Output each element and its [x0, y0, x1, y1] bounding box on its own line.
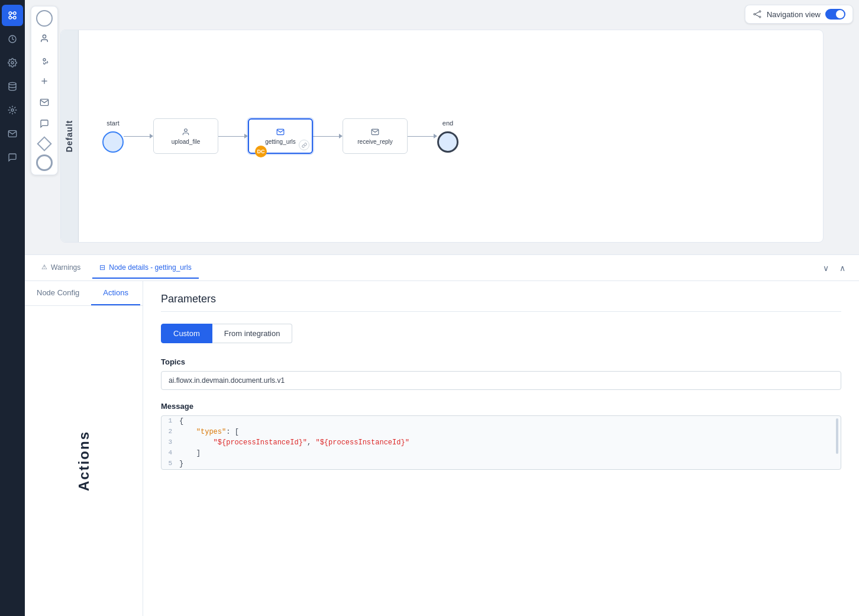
receive-reply-task-box[interactable]: receive_reply: [343, 118, 408, 154]
sidebar-item-message2[interactable]: [2, 147, 23, 168]
actions-vertical-label: Actions: [76, 431, 92, 491]
receive-reply-task-icon: [371, 128, 379, 136]
svg-point-1: [14, 12, 17, 15]
sub-tab-node-config[interactable]: Node Config: [25, 281, 91, 305]
sidebar-item-settings[interactable]: [2, 52, 23, 73]
bottom-panel: ⚠ Warnings ⊟ Node details - getting_urls…: [25, 254, 859, 616]
flow-diagram: start upload_file: [79, 30, 823, 242]
palette-user-icon[interactable]: [35, 29, 54, 48]
code-scrollbar[interactable]: [834, 416, 841, 469]
panel-left: Node Config Actions Actions: [25, 281, 143, 616]
flow-arrow-4: [408, 134, 437, 138]
panel-tabs-bar: ⚠ Warnings ⊟ Node details - getting_urls…: [25, 255, 859, 281]
sidebar-item-config[interactable]: [2, 99, 23, 121]
flow-node-receive-reply[interactable]: receive_reply: [343, 118, 408, 154]
custom-toggle-btn[interactable]: Custom: [161, 324, 212, 343]
main-content: Navigation view: [25, 0, 859, 616]
svg-line-14: [755, 12, 760, 14]
palette-plus-icon[interactable]: [35, 72, 54, 91]
nav-toggle-label: Navigation view: [767, 10, 821, 19]
svg-line-15: [755, 15, 760, 17]
panel-main: Parameters Custom From integration Topic…: [143, 281, 859, 616]
receive-reply-task-label: receive_reply: [357, 138, 392, 145]
collapse-btn[interactable]: ∨: [819, 261, 833, 275]
code-line-2: 2 "types": [: [162, 427, 834, 437]
flow-arrow-1: [124, 134, 153, 138]
getting-urls-task-label: getting_urls: [265, 138, 296, 145]
sub-tab-actions[interactable]: Actions: [91, 281, 140, 305]
actions-vertical-container: Actions: [25, 306, 143, 616]
sidebar: [0, 0, 25, 616]
svg-point-2: [9, 17, 12, 20]
flow-canvas[interactable]: Default start: [60, 30, 824, 243]
topics-label: Topics: [161, 357, 841, 366]
sidebar-item-message1[interactable]: [2, 123, 23, 144]
parameters-title: Parameters: [161, 293, 841, 312]
svg-point-12: [759, 11, 761, 12]
flow-arrow-3: [313, 134, 343, 138]
svg-point-0: [9, 12, 12, 15]
topics-input[interactable]: [161, 371, 841, 390]
sidebar-item-history[interactable]: [2, 28, 23, 50]
end-label: end: [443, 120, 453, 127]
link-badge: [299, 140, 309, 150]
flow-node-start[interactable]: start: [102, 120, 124, 153]
svg-point-16: [43, 35, 46, 38]
palette-email-icon[interactable]: [35, 114, 54, 133]
flow-node-getting-urls[interactable]: getting_urls DC: [248, 118, 313, 154]
message-label: Message: [161, 402, 841, 411]
toggle-knob: [836, 10, 844, 18]
code-line-4: 4 ]: [162, 448, 834, 459]
sidebar-item-flow[interactable]: [2, 5, 23, 26]
tab-warnings-label: Warnings: [51, 263, 80, 272]
tab-node-details[interactable]: ⊟ Node details - getting_urls: [92, 257, 198, 279]
tab-node-details-label: Node details - getting_urls: [109, 263, 191, 272]
nav-toggle[interactable]: Navigation view: [745, 5, 853, 24]
from-integration-toggle-btn[interactable]: From integration: [212, 324, 293, 343]
panel-content: Node Config Actions Actions Parameters C…: [25, 281, 859, 616]
flow-arrow-2: [218, 134, 248, 138]
sub-tabs-row: Node Config Actions: [25, 281, 143, 306]
flow-node-end[interactable]: end: [437, 120, 458, 153]
palette-circle-icon[interactable]: [36, 10, 53, 27]
upload-task-label: upload_file: [172, 138, 200, 145]
end-circle[interactable]: [437, 131, 458, 153]
icon-palette: [31, 6, 58, 175]
upload-task-box[interactable]: upload_file: [153, 118, 218, 154]
code-line-5: 5 }: [162, 459, 834, 469]
start-label: start: [106, 120, 119, 127]
svg-point-8: [11, 62, 14, 64]
start-circle[interactable]: [102, 131, 124, 153]
svg-point-11: [754, 14, 755, 15]
default-label: Default: [61, 30, 79, 242]
getting-urls-task-icon: [276, 128, 285, 136]
dc-badge: DC: [255, 146, 267, 157]
svg-point-3: [14, 17, 17, 20]
warnings-icon: ⚠: [41, 263, 47, 271]
panel-expand-controls: ∨ ∧: [819, 261, 850, 275]
svg-point-13: [759, 16, 761, 18]
getting-urls-task-box[interactable]: getting_urls DC: [248, 118, 313, 154]
node-details-icon: ⊟: [99, 263, 105, 272]
nav-icon: [753, 9, 762, 19]
code-line-1: 1 {: [162, 416, 834, 427]
canvas-area: Navigation view: [25, 0, 859, 254]
code-editor[interactable]: 1 { 2 "types": [ 3 "${processInstanceId}…: [161, 415, 841, 470]
code-line-3: 3 "${processInstanceId}", "${processInst…: [162, 437, 834, 448]
tab-warnings[interactable]: ⚠ Warnings: [34, 257, 88, 279]
svg-point-20: [185, 128, 188, 131]
upload-task-icon: [182, 128, 190, 136]
palette-end-circle-icon[interactable]: [36, 154, 53, 171]
flow-node-upload[interactable]: upload_file: [153, 118, 218, 154]
sidebar-item-database[interactable]: [2, 76, 23, 97]
param-toggle-group: Custom From integration: [161, 324, 841, 343]
palette-message-icon[interactable]: [35, 93, 54, 112]
svg-point-9: [9, 82, 16, 85]
palette-diamond-icon[interactable]: [36, 136, 53, 152]
nav-toggle-switch[interactable]: [825, 9, 845, 20]
palette-settings-icon[interactable]: [35, 50, 54, 69]
expand-btn[interactable]: ∧: [835, 261, 850, 275]
svg-point-17: [43, 59, 46, 61]
svg-point-10: [11, 109, 14, 111]
